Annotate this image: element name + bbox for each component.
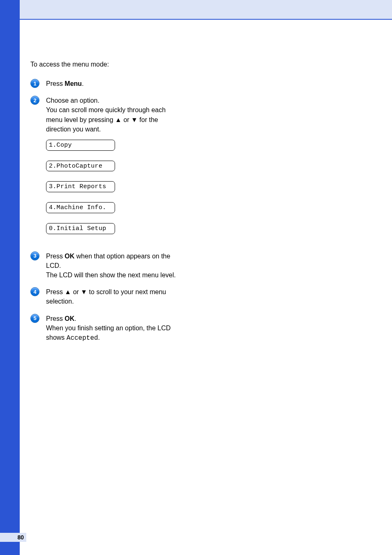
step-4-mid: or (71, 288, 81, 295)
step-3-line2: The LCD will then show the next menu lev… (46, 272, 176, 279)
step-2-text-a: Choose an option. (46, 97, 99, 104)
lcd-option: 3.Print Reports (46, 181, 115, 192)
step-5: 5 Press OK. When you finish setting an o… (30, 314, 178, 343)
step-bullet-icon: 5 (30, 314, 39, 323)
step-3-pre: Press (46, 253, 65, 260)
step-3-body: Press OK when that option appears on the… (46, 251, 178, 280)
step-1-body: Press Menu. (46, 79, 178, 88)
step-2-text-b-mid: or (122, 116, 131, 123)
step-5-body: Press OK. When you finish setting an opt… (46, 314, 178, 343)
step-3-bold: OK (65, 253, 74, 260)
lcd-option: 1.Copy (46, 140, 115, 151)
left-accent-bar (0, 0, 20, 555)
step-5-line2-pre: When you finish setting an option, the L… (46, 325, 171, 341)
up-arrow-icon: ▲ (115, 116, 122, 123)
step-bullet-icon: 3 (30, 251, 39, 260)
intro-text: To access the menu mode: (30, 61, 178, 68)
step-1-post: . (82, 80, 83, 87)
top-header-bar (20, 0, 392, 20)
step-4-body: Press ▲ or ▼ to scroll to your next menu… (46, 287, 178, 306)
lcd-options: 1.Copy 2.PhotoCapture 3.Print Reports 4.… (46, 140, 178, 234)
step-2-body: Choose an option. You can scroll more qu… (46, 96, 178, 244)
step-1-bold: Menu (65, 80, 82, 87)
step-5-line2-mono: Accepted (67, 334, 98, 342)
down-arrow-icon: ▼ (81, 288, 87, 295)
step-5-bold: OK (65, 315, 74, 322)
page-footer: 80 (0, 533, 26, 542)
down-arrow-icon: ▼ (131, 116, 138, 123)
step-1-pre: Press (46, 80, 65, 87)
step-5-post-a: . (74, 315, 76, 322)
step-bullet-icon: 2 (30, 96, 39, 105)
step-bullet-icon: 1 (30, 79, 39, 88)
body-content: To access the menu mode: 1 Press Menu. 2… (30, 61, 178, 350)
step-4: 4 Press ▲ or ▼ to scroll to your next me… (30, 287, 178, 306)
step-5-line2-post: . (98, 334, 100, 341)
step-5-pre: Press (46, 315, 65, 322)
step-1: 1 Press Menu. (30, 79, 178, 88)
step-2: 2 Choose an option. You can scroll more … (30, 96, 178, 244)
step-3: 3 Press OK when that option appears on t… (30, 251, 178, 280)
lcd-option: 0.Initial Setup (46, 223, 115, 234)
lcd-option: 2.PhotoCapture (46, 161, 115, 172)
page-number: 80 (17, 534, 24, 541)
step-bullet-icon: 4 (30, 287, 39, 296)
up-arrow-icon: ▲ (65, 288, 71, 295)
step-4-pre: Press (46, 288, 65, 295)
lcd-option: 4.Machine Info. (46, 202, 115, 213)
